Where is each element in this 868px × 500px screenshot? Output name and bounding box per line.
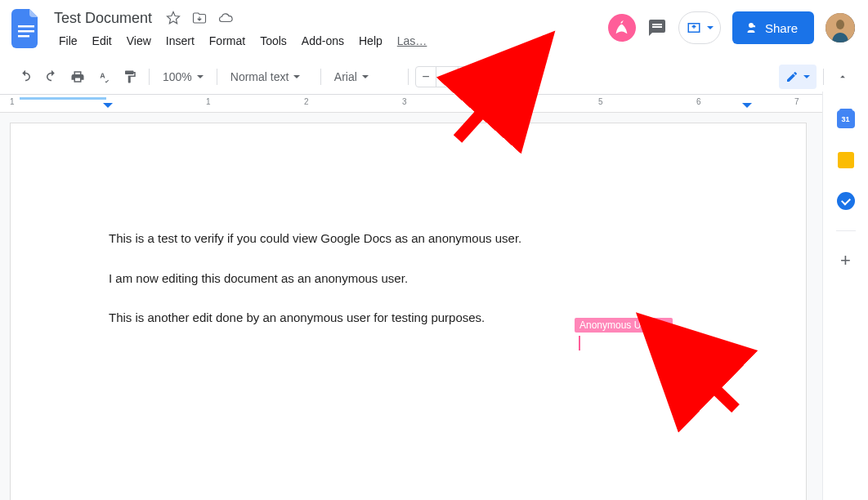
share-label: Share xyxy=(765,21,798,35)
ruler-left-indent[interactable] xyxy=(103,103,113,109)
side-panel-separator xyxy=(836,230,856,231)
caret-down-icon xyxy=(803,75,810,78)
ruler-tick: 6 xyxy=(696,97,701,106)
app-header: Test Document File Edit View Insert Form… xyxy=(0,0,868,56)
collaborator-cursor-label: Anonymous Unicorn xyxy=(575,318,673,333)
share-button[interactable]: Share xyxy=(732,11,814,44)
print-button[interactable] xyxy=(65,65,90,89)
font-size-increase[interactable]: + xyxy=(462,67,481,87)
menu-file[interactable]: File xyxy=(52,31,84,51)
ruler-tick: 5 xyxy=(598,97,603,106)
keep-icon[interactable] xyxy=(834,149,857,172)
caret-down-icon xyxy=(293,75,300,78)
caret-down-icon xyxy=(362,75,369,78)
paragraph-style-dropdown[interactable]: Normal text xyxy=(224,65,314,89)
more-toolbar-button[interactable] xyxy=(490,65,515,89)
calendar-icon[interactable]: 31 xyxy=(834,108,857,131)
addons-plus-icon[interactable]: + xyxy=(834,249,857,272)
ruler-right-indent[interactable] xyxy=(742,103,752,109)
document-page[interactable]: This is a test to verify if you could vi… xyxy=(10,123,807,500)
spellcheck-button[interactable] xyxy=(92,65,116,89)
move-icon[interactable] xyxy=(190,8,209,28)
svg-rect-0 xyxy=(18,25,34,28)
ruler-tick: 1 xyxy=(206,97,211,106)
account-avatar[interactable] xyxy=(825,13,855,42)
svg-rect-1 xyxy=(18,30,34,33)
cloud-status-icon[interactable] xyxy=(216,8,235,28)
docs-logo[interactable] xyxy=(10,7,43,51)
ruler-tick: 2 xyxy=(304,97,309,106)
document-canvas[interactable]: This is a test to verify if you could vi… xyxy=(0,113,868,500)
svg-point-8 xyxy=(505,75,508,78)
svg-point-3 xyxy=(754,25,755,27)
menu-bar: File Edit View Insert Format Tools Add-o… xyxy=(49,31,433,51)
anonymous-user-avatar[interactable] xyxy=(608,14,636,42)
font-size-group: − + xyxy=(415,66,482,87)
present-caret-icon xyxy=(707,26,714,29)
paragraph[interactable]: I am now editing this document as an ano… xyxy=(109,270,716,288)
present-button[interactable] xyxy=(678,11,721,44)
menu-format[interactable]: Format xyxy=(203,31,252,51)
menu-view[interactable]: View xyxy=(120,31,158,51)
svg-point-7 xyxy=(501,75,503,78)
font-size-decrease[interactable]: − xyxy=(416,67,436,87)
ruler-tick: 1 xyxy=(10,97,15,106)
comment-history-icon[interactable] xyxy=(647,18,667,38)
toolbar: 100% Normal text Arial − + xyxy=(0,59,868,95)
ruler-margin-bar xyxy=(20,97,106,100)
svg-point-5 xyxy=(836,20,844,29)
document-title[interactable]: Test Document xyxy=(49,8,157,29)
title-area: Test Document File Edit View Insert Form… xyxy=(49,7,433,51)
font-size-input[interactable] xyxy=(436,67,459,87)
editing-mode-dropdown[interactable] xyxy=(779,65,817,89)
horizontal-ruler[interactable]: 1 1 2 3 4 5 6 7 xyxy=(0,95,868,113)
ruler-tick: 3 xyxy=(402,97,407,106)
star-icon[interactable] xyxy=(163,8,183,28)
ruler-tick: 7 xyxy=(794,97,799,106)
redo-button[interactable] xyxy=(39,65,64,89)
menu-insert[interactable]: Insert xyxy=(159,31,201,51)
ruler-tick: 4 xyxy=(500,97,505,106)
undo-button[interactable] xyxy=(13,65,38,89)
menu-help[interactable]: Help xyxy=(352,31,389,51)
svg-rect-2 xyxy=(18,35,29,38)
menu-tools[interactable]: Tools xyxy=(253,31,293,51)
side-panel: 31 + xyxy=(822,92,868,500)
collaborator-cursor xyxy=(579,336,580,350)
menu-addons[interactable]: Add-ons xyxy=(295,31,351,51)
paragraph[interactable]: This is a test to verify if you could vi… xyxy=(109,230,716,248)
caret-down-icon xyxy=(197,75,204,78)
paint-format-button[interactable] xyxy=(118,65,142,89)
menu-edit[interactable]: Edit xyxy=(86,31,119,51)
last-edit-link[interactable]: Las… xyxy=(391,31,434,51)
zoom-dropdown[interactable]: 100% xyxy=(156,65,210,89)
collapse-toolbar-button[interactable] xyxy=(830,65,855,89)
tasks-icon[interactable] xyxy=(834,190,857,212)
font-dropdown[interactable]: Arial xyxy=(328,65,401,89)
svg-point-6 xyxy=(498,75,500,78)
